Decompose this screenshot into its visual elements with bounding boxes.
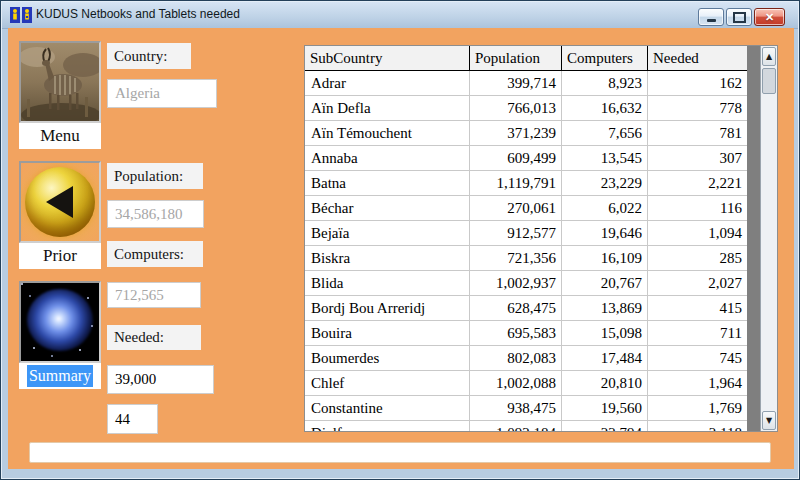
- back-arrow-icon: [46, 186, 73, 218]
- prior-button[interactable]: Prior: [19, 161, 101, 269]
- table-row[interactable]: Aïn Témouchent371,2397,656781: [305, 121, 748, 146]
- table-cell: 17,484: [562, 346, 648, 370]
- scroll-up-icon: ▲: [766, 52, 772, 61]
- table-cell: 721,356: [470, 246, 562, 270]
- table-cell: 23,229: [562, 171, 648, 195]
- country-field[interactable]: Algeria: [107, 79, 217, 108]
- table-row[interactable]: Blida1,002,93720,7672,027: [305, 271, 748, 296]
- table-cell: 695,583: [470, 321, 562, 345]
- table-cell: 938,475: [470, 396, 562, 420]
- table-body: Adrar399,7148,923162Aïn Defla766,01316,6…: [305, 71, 748, 431]
- table-cell: 711: [648, 321, 748, 345]
- table-cell: 415: [648, 296, 748, 320]
- table-row[interactable]: Aïn Defla766,01316,632778: [305, 96, 748, 121]
- scroll-down-icon: ▼: [766, 416, 772, 425]
- table-cell: 16,109: [562, 246, 648, 270]
- needed-label: Needed:: [107, 325, 201, 350]
- title-bar[interactable]: KUDUS Netbooks and Tablets needed ✕: [2, 2, 798, 29]
- table-cell: 22,794: [562, 421, 648, 431]
- table-cell: 781: [648, 121, 748, 145]
- table-cell: Bejaïa: [305, 221, 470, 245]
- table-cell: 20,810: [562, 371, 648, 395]
- table-cell: 1,002,088: [470, 371, 562, 395]
- table-row[interactable]: Djelfa1,092,18422,7942,118: [305, 421, 748, 431]
- table-cell: 766,013: [470, 96, 562, 120]
- close-icon: ✕: [765, 9, 774, 25]
- table-cell: Aïn Témouchent: [305, 121, 470, 145]
- table-row[interactable]: Constantine938,47519,5601,769: [305, 396, 748, 421]
- table-cell: 2,027: [648, 271, 748, 295]
- table-cell: 609,499: [470, 146, 562, 170]
- population-label: Population:: [107, 163, 203, 189]
- table-cell: Chlef: [305, 371, 470, 395]
- table-row[interactable]: Annaba609,49913,545307: [305, 146, 748, 171]
- table-cell: 912,577: [470, 221, 562, 245]
- table-cell: 7,656: [562, 121, 648, 145]
- table-cell: 2,118: [648, 421, 748, 431]
- table-cell: 285: [648, 246, 748, 270]
- vertical-scrollbar[interactable]: ▲ ▼: [760, 46, 777, 431]
- table-row[interactable]: Béchar270,0616,022116: [305, 196, 748, 221]
- table-cell: 628,475: [470, 296, 562, 320]
- table-row[interactable]: Adrar399,7148,923162: [305, 71, 748, 96]
- table-cell: 270,061: [470, 196, 562, 220]
- table-row[interactable]: Bouira695,58315,098711: [305, 321, 748, 346]
- table-cell: 399,714: [470, 71, 562, 95]
- table-cell: 8,923: [562, 71, 648, 95]
- table-header-row: SubCountry Population Computers Needed: [305, 46, 777, 71]
- table-cell: 20,767: [562, 271, 648, 295]
- population-field[interactable]: 34,586,180: [107, 200, 204, 228]
- nebula-glow: [27, 289, 93, 351]
- table-row[interactable]: Biskra721,35616,109285: [305, 246, 748, 271]
- table-row[interactable]: Batna1,119,79123,2292,221: [305, 171, 748, 196]
- prior-button-label: Prior: [19, 243, 101, 269]
- menu-button[interactable]: Menu: [19, 41, 101, 149]
- summary-button[interactable]: Summary: [19, 281, 101, 389]
- grid-unused-area: [747, 46, 760, 431]
- star-specks: [21, 283, 23, 285]
- subcountry-table[interactable]: SubCountry Population Computers Needed A…: [304, 45, 778, 432]
- table-cell: 6,022: [562, 196, 648, 220]
- app-icon: [10, 7, 32, 23]
- maximize-button[interactable]: [726, 8, 752, 26]
- table-cell: 19,646: [562, 221, 648, 245]
- minimize-button[interactable]: [698, 8, 724, 26]
- app-window: KUDUS Netbooks and Tablets needed ✕: [0, 0, 800, 480]
- table-row[interactable]: Bordj Bou Arreridj628,47513,869415: [305, 296, 748, 321]
- summary-button-label-box: Summary: [19, 363, 101, 389]
- table-cell: 162: [648, 71, 748, 95]
- subcountry-count-field[interactable]: 44: [107, 404, 158, 434]
- gold-orb-icon: [25, 167, 95, 237]
- table-cell: Batna: [305, 171, 470, 195]
- status-field[interactable]: [29, 442, 771, 463]
- country-label: Country:: [107, 43, 191, 69]
- needed-field[interactable]: 39,000: [107, 365, 214, 394]
- table-row[interactable]: Boumerdes802,08317,484745: [305, 346, 748, 371]
- scrollbar-thumb[interactable]: [762, 68, 776, 94]
- table-cell: 778: [648, 96, 748, 120]
- table-cell: Bouira: [305, 321, 470, 345]
- table-cell: 13,869: [562, 296, 648, 320]
- table-row[interactable]: Bejaïa912,57719,6461,094: [305, 221, 748, 246]
- table-cell: 19,560: [562, 396, 648, 420]
- computers-field[interactable]: 712,565: [107, 282, 201, 308]
- table-cell: Béchar: [305, 196, 470, 220]
- column-header-population[interactable]: Population: [470, 46, 562, 70]
- menu-button-label: Menu: [19, 123, 101, 149]
- table-cell: 1,092,184: [470, 421, 562, 431]
- table-cell: 307: [648, 146, 748, 170]
- table-cell: Blida: [305, 271, 470, 295]
- table-cell: Djelfa: [305, 421, 470, 431]
- scroll-down-button[interactable]: ▼: [762, 411, 776, 430]
- close-button[interactable]: ✕: [754, 8, 785, 26]
- column-header-computers[interactable]: Computers: [562, 46, 648, 70]
- column-header-needed[interactable]: Needed: [648, 46, 748, 70]
- table-row[interactable]: Chlef1,002,08820,8101,964: [305, 371, 748, 396]
- client-area: Menu Prior Summary Country: Algeria Popu…: [8, 28, 794, 469]
- table-cell: 802,083: [470, 346, 562, 370]
- kudu-image: [19, 41, 101, 123]
- column-header-subcountry[interactable]: SubCountry: [305, 46, 470, 70]
- table-cell: 116: [648, 196, 748, 220]
- scroll-up-button[interactable]: ▲: [762, 47, 776, 66]
- maximize-icon: [733, 12, 746, 23]
